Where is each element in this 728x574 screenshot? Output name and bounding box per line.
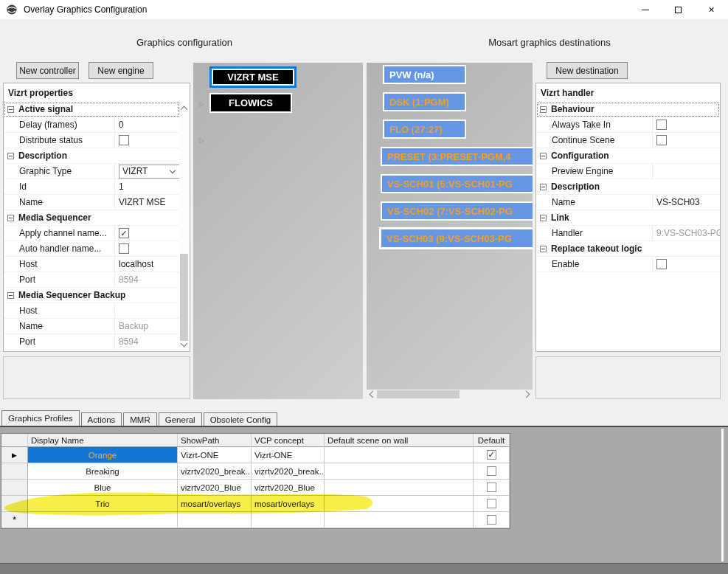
cell-vcp-concept[interactable] [252,512,325,528]
backup-name-value[interactable]: Backup [114,319,180,333]
column-showpath[interactable]: ShowPath [178,434,252,447]
category-description[interactable]: Description [536,179,720,195]
continue-scene-checkbox[interactable] [656,135,667,145]
collapse-minus-icon[interactable] [540,246,547,252]
name-value[interactable]: VIZRT MSE [114,195,180,210]
destination-flo[interactable]: FLO (27:27) [383,120,466,139]
property-row-id[interactable]: Id 1 [4,179,180,195]
property-row-continue-scene[interactable]: Continue Scene [536,133,720,148]
new-engine-button[interactable]: New engine [89,62,153,79]
category-configuration[interactable]: Configuration [536,148,720,164]
cell-display-name[interactable]: Breaking [28,463,178,480]
column-vcp-concept[interactable]: VCP concept [252,434,325,447]
preview-engine-value[interactable] [652,164,720,179]
id-value[interactable]: 1 [114,179,180,194]
destination-vs-sch03[interactable]: VS-SCH03 (9:VS-SCH03-PG [379,227,533,249]
handler-value[interactable]: 9:VS-SCH03-PGM [652,226,720,241]
default-checkbox[interactable]: ✓ [487,450,496,460]
destination-vs-sch02[interactable]: VS-SCH02 (7:VS-SCH02-PG [381,201,533,221]
cell-vcp-concept[interactable]: Vizrt-ONE [252,447,325,463]
collapse-minus-icon[interactable] [7,106,14,113]
property-row-name[interactable]: Name VIZRT MSE [4,195,180,210]
cell-display-name[interactable]: Blue [28,480,178,496]
cell-default-scene[interactable] [325,447,474,463]
collapse-minus-icon[interactable] [540,106,547,113]
new-controller-button[interactable]: New controller [16,62,79,79]
scrollbar-thumb[interactable] [377,390,460,398]
cell-showpath[interactable]: Vizrt-ONE [178,447,252,463]
tab-actions[interactable]: Actions [81,412,122,426]
collapse-minus-icon[interactable] [540,184,547,190]
tab-mmr[interactable]: MMR [123,412,156,426]
column-display-name[interactable]: Display Name [28,434,178,447]
category-media-sequencer[interactable]: Media Sequencer [4,210,180,226]
scroll-down-icon[interactable] [181,340,188,347]
column-default[interactable]: Default [474,434,510,447]
minimize-button[interactable] [628,0,662,19]
category-behaviour[interactable]: Behaviour [536,102,720,117]
cell-showpath[interactable]: mosart/overlays [178,496,252,512]
default-checkbox[interactable] [487,483,496,492]
cell-showpath[interactable]: vizrtv2020_Blue [178,480,252,496]
collapse-minus-icon[interactable] [540,153,547,159]
property-row-always-take-in[interactable]: Always Take In [536,117,720,133]
grid-row-blue[interactable]: Blue vizrtv2020_Blue vizrtv2020_Blue [1,480,510,496]
scroll-up-icon[interactable] [181,106,188,114]
category-active-signal[interactable]: Active signal [4,102,180,117]
distribute-status-checkbox[interactable] [119,135,129,145]
cell-display-name[interactable] [28,512,178,528]
property-row-backup-host[interactable]: Host [4,303,180,319]
scroll-right-icon[interactable] [523,391,530,398]
property-row-enable[interactable]: Enable [536,257,720,272]
scroll-left-icon[interactable] [370,391,377,398]
cell-showpath[interactable] [178,512,252,528]
tab-graphics-profiles[interactable]: Graphics Profiles [1,410,80,426]
new-destination-button[interactable]: New destination [547,62,628,79]
delay-value[interactable]: 0 [114,117,180,132]
property-row-apply-channel-name[interactable]: Apply channel name... ✓ [4,226,180,241]
horizontal-scrollbar[interactable] [367,390,533,399]
grid-row-breaking[interactable]: Breaking vizrtv2020_break... vizrtv2020_… [1,463,510,480]
tree-item-flowics[interactable]: FLOWICS [209,93,292,113]
backup-port-value[interactable]: 8594 [114,334,180,349]
cell-default-scene[interactable] [325,512,474,528]
cell-vcp-concept[interactable]: mosart/overlays [252,496,325,512]
grid-row-trio[interactable]: Trio mosart/overlays mosart/overlays [1,496,510,512]
host-value[interactable]: localhost [114,257,180,272]
default-checkbox[interactable] [487,499,496,508]
enable-checkbox[interactable] [656,259,667,269]
close-button[interactable]: × [695,0,728,19]
cell-display-name[interactable]: Orange [28,447,178,463]
destination-dsk[interactable]: DSK (1:PGM) [383,92,466,111]
cell-default-scene[interactable] [325,463,474,480]
cell-showpath[interactable]: vizrtv2020_break... [178,463,252,480]
property-row-port[interactable]: Port 8594 [4,272,180,288]
tree-expander-icon[interactable]: ▷ [199,100,204,108]
cell-default-scene[interactable] [325,480,474,496]
handler-name-value[interactable]: VS-SCH03 [652,195,720,210]
auto-handler-name-checkbox[interactable] [119,243,129,254]
grid-row-orange[interactable]: ▶ Orange Vizrt-ONE Vizrt-ONE ✓ [1,447,510,463]
category-description[interactable]: Description [4,148,180,164]
property-row-backup-name[interactable]: Name Backup [4,319,180,334]
default-checkbox[interactable] [487,466,496,476]
cell-vcp-concept[interactable]: vizrtv2020_Blue [252,480,325,496]
column-default-scene[interactable]: Default scene on wall [325,434,474,447]
collapse-minus-icon[interactable] [7,292,14,299]
destination-pvw[interactable]: PVW (n/a) [383,65,466,84]
property-row-preview-engine[interactable]: Preview Engine [536,164,720,179]
property-row-graphic-type[interactable]: Graphic Type VIZRT [4,164,180,179]
scrollbar-thumb[interactable] [180,254,188,341]
property-row-host[interactable]: Host localhost [4,257,180,272]
property-row-auto-handler-name[interactable]: Auto handler name... [4,241,180,257]
property-row-delay[interactable]: Delay (frames) 0 [4,117,180,133]
apply-channel-name-checkbox[interactable]: ✓ [119,228,129,238]
property-row-handler[interactable]: Handler 9:VS-SCH03-PGM [536,226,720,241]
collapse-minus-icon[interactable] [540,215,547,221]
maximize-button[interactable] [662,0,695,19]
destination-preset[interactable]: PRESET (3:PRESET-PGM,4 [381,147,533,166]
grid-row-new[interactable]: * [1,512,510,528]
cell-vcp-concept[interactable]: vizrtv2020_break... [252,463,325,480]
always-take-in-checkbox[interactable] [656,120,667,130]
category-replace-takeout-logic[interactable]: Replace takeout logic [536,241,720,257]
